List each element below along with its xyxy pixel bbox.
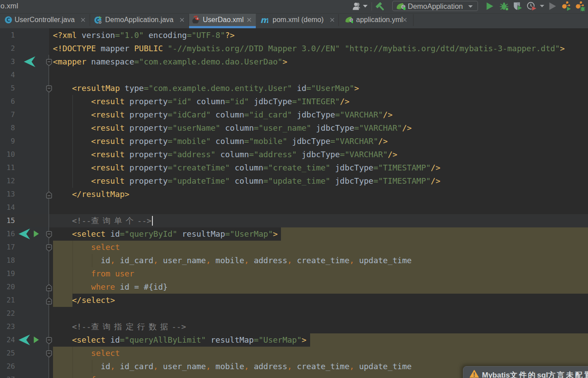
line-number[interactable]: 6 bbox=[0, 95, 15, 108]
code-line: where id = #{id} bbox=[53, 280, 168, 294]
line-number[interactable]: 12 bbox=[0, 174, 15, 188]
build-hammer-icon[interactable] bbox=[375, 1, 386, 12]
run-configuration-combo[interactable]: DemoApplication bbox=[392, 1, 478, 11]
code-line: <select id="queryById" resultMap="UserMa… bbox=[53, 227, 278, 241]
line-number[interactable]: 9 bbox=[0, 135, 15, 148]
code-line: <select id="queryAllByLimit" resultMap="… bbox=[53, 333, 307, 347]
line-number[interactable]: 25 bbox=[0, 347, 15, 360]
fold-start-marker[interactable] bbox=[46, 337, 52, 345]
fold-region-line bbox=[49, 55, 49, 378]
line-number[interactable]: 22 bbox=[0, 307, 15, 320]
maven-icon: m bbox=[260, 16, 268, 24]
line-number[interactable]: 21 bbox=[0, 294, 15, 307]
editor-area[interactable]: 1234567891011121314151617181920212223242… bbox=[0, 28, 588, 378]
line-number[interactable]: 24 bbox=[0, 333, 15, 347]
user-dropdown-caret-icon[interactable] bbox=[363, 4, 368, 8]
code-line: <result property="userName" column="user… bbox=[53, 121, 412, 135]
mybatis-nav-arrow-icon[interactable] bbox=[19, 334, 41, 346]
tab-application-yml[interactable]: application.yml bbox=[339, 14, 413, 26]
tab-pom-xml[interactable]: m pom.xml (demo) bbox=[256, 14, 338, 26]
fold-start-marker[interactable] bbox=[46, 85, 52, 93]
run-configuration-name: DemoApplication bbox=[408, 2, 463, 11]
editor-tab-bar: C UserController.java C DemoApplication.… bbox=[0, 14, 588, 28]
tab-label: pom.xml (demo) bbox=[273, 16, 324, 24]
toolbar-separator bbox=[372, 2, 372, 11]
line-number[interactable]: 27 bbox=[0, 373, 15, 378]
mybatis-nav-arrow-icon[interactable] bbox=[19, 228, 41, 240]
line-number[interactable]: 16 bbox=[0, 227, 15, 241]
code-line: <!DOCTYPE mapper PUBLIC "-//mybatis.org/… bbox=[53, 42, 565, 55]
line-number[interactable]: 8 bbox=[0, 121, 15, 135]
close-tab-icon[interactable] bbox=[80, 17, 86, 23]
line-number[interactable]: 18 bbox=[0, 254, 15, 267]
code-line: <result property="id" column="id" jdbcTy… bbox=[53, 95, 349, 108]
line-number[interactable]: 2 bbox=[0, 42, 15, 55]
run-with-coverage-icon[interactable] bbox=[513, 1, 524, 11]
fold-start-marker[interactable] bbox=[46, 59, 52, 67]
fold-start-marker[interactable] bbox=[46, 244, 52, 252]
close-tab-icon[interactable] bbox=[247, 17, 252, 23]
line-number[interactable]: 13 bbox=[0, 188, 15, 201]
line-number[interactable]: 14 bbox=[0, 201, 15, 214]
selection-block bbox=[281, 227, 588, 241]
code-line: <result property="idCard" column="id_car… bbox=[53, 108, 393, 121]
line-number[interactable]: 1 bbox=[0, 29, 15, 42]
tab-label: UserController.java bbox=[15, 16, 75, 24]
svg-text:m: m bbox=[260, 16, 268, 24]
user-profile-icon[interactable] bbox=[352, 1, 362, 11]
fold-start-marker[interactable] bbox=[46, 350, 52, 358]
line-number[interactable]: 5 bbox=[0, 82, 15, 95]
line-number[interactable]: 11 bbox=[0, 161, 15, 174]
run-button-icon[interactable] bbox=[486, 2, 494, 11]
line-number[interactable]: 19 bbox=[0, 267, 15, 280]
line-number[interactable]: 26 bbox=[0, 360, 15, 373]
run-sql-statement-icon bbox=[34, 336, 39, 343]
tab-usercontroller-java[interactable]: C UserController.java bbox=[0, 14, 90, 26]
line-number[interactable]: 23 bbox=[0, 320, 15, 333]
code-line: </resultMap> bbox=[53, 188, 129, 201]
tab-demoapplication-java[interactable]: C DemoApplication.java bbox=[90, 14, 189, 26]
notification-balloon[interactable]: Mybatis文件的sql方言未配置 bbox=[463, 366, 588, 378]
spring-boot-run-config-icon bbox=[396, 2, 406, 11]
svg-text:C: C bbox=[7, 17, 10, 23]
line-number[interactable]: 7 bbox=[0, 108, 15, 121]
code-line: select bbox=[53, 347, 120, 360]
code-line: <resultMap type="com.example.demo.entity… bbox=[53, 82, 359, 95]
profile-cpu-icon[interactable] bbox=[561, 1, 573, 11]
fold-end-marker[interactable] bbox=[46, 297, 52, 305]
line-number[interactable]: 15 bbox=[0, 214, 15, 227]
tab-userdao-xml[interactable]: UserDao.xml bbox=[189, 14, 256, 26]
code-line: <mapper namespace="com.example.demo.dao.… bbox=[53, 55, 288, 68]
code-line: <?xml version="1.0" encoding="UTF-8"?> bbox=[53, 29, 235, 42]
line-number[interactable]: 3 bbox=[0, 55, 15, 68]
spring-boot-config-icon bbox=[345, 16, 353, 24]
java-class-runnable-icon: C bbox=[94, 16, 102, 24]
profiler-button-icon[interactable] bbox=[527, 1, 538, 11]
run-sql-statement-icon bbox=[34, 231, 39, 237]
fold-start-marker[interactable] bbox=[46, 231, 52, 239]
code-line: <result property="address" column="addre… bbox=[53, 148, 398, 161]
code-line: <!--查询单个--> bbox=[53, 214, 152, 227]
mybatis-bird-icon bbox=[192, 15, 200, 23]
close-tab-icon[interactable] bbox=[330, 17, 335, 23]
debug-button-icon[interactable] bbox=[499, 2, 510, 11]
line-number[interactable]: 4 bbox=[0, 68, 15, 82]
line-number[interactable]: 20 bbox=[0, 280, 15, 294]
code-line: id, id_card, user_name, mobile, address,… bbox=[53, 254, 412, 267]
ide-window: { "window": { "title": "o.xml" }, "toolb… bbox=[0, 0, 588, 378]
fold-end-marker[interactable] bbox=[46, 284, 52, 292]
profiler-caret-icon[interactable] bbox=[539, 4, 545, 8]
window-title: o.xml bbox=[0, 2, 18, 10]
mybatis-nav-arrow-icon[interactable] bbox=[24, 56, 46, 68]
profile-alloc-icon[interactable] bbox=[575, 1, 586, 11]
fold-end-marker[interactable] bbox=[46, 191, 52, 199]
code-line: from user bbox=[53, 373, 134, 378]
close-tab-icon[interactable] bbox=[179, 17, 185, 23]
code-line: <!--查询指定行数据--> bbox=[53, 320, 186, 333]
line-number[interactable]: 17 bbox=[0, 241, 15, 254]
tab-label: UserDao.xml bbox=[203, 16, 243, 24]
tab-label: DemoApplication.java bbox=[105, 16, 174, 24]
line-number[interactable]: 10 bbox=[0, 148, 15, 161]
close-tab-icon[interactable] bbox=[402, 17, 407, 23]
code-line: </select> bbox=[53, 294, 115, 307]
